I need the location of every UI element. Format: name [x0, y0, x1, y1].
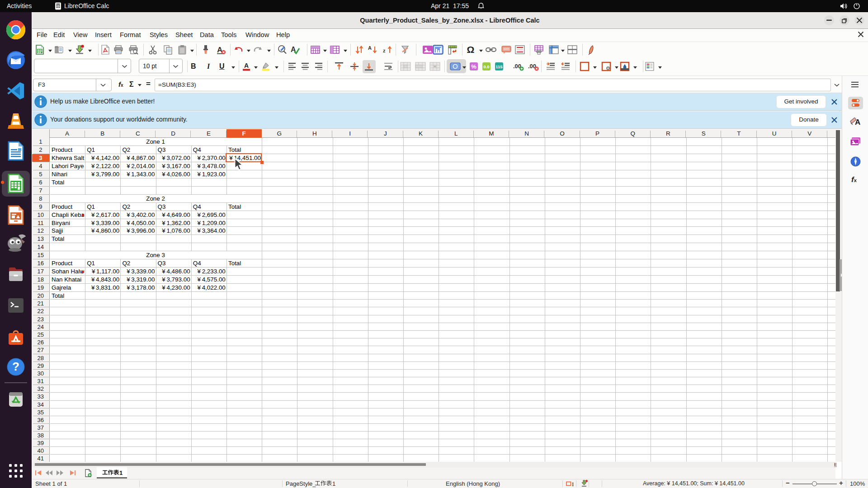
- svg-text:A: A: [244, 62, 249, 69]
- svg-text:I: I: [572, 481, 574, 488]
- svg-text:z: z: [383, 48, 386, 53]
- svg-text:?: ?: [12, 360, 19, 373]
- svg-text:A: A: [368, 45, 372, 51]
- svg-text:Ω: Ω: [467, 44, 475, 55]
- svg-text:0.0: 0.0: [483, 64, 489, 69]
- svg-text:%: %: [471, 63, 476, 70]
- svg-text:115: 115: [495, 64, 503, 69]
